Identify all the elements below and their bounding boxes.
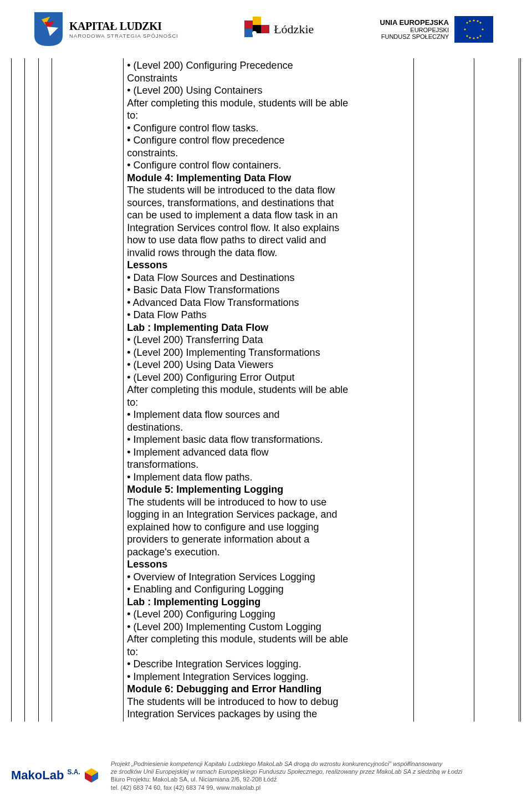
col-spacer-1 [12,58,25,722]
eu-line3: FUNDUSZ SPOŁECZNY [380,33,449,40]
lab-heading: Lab : Implementing Logging [127,596,408,609]
text-line: how to use data flow paths to direct val… [127,234,408,247]
text-line: Integration Services packages by using t… [127,708,408,721]
footer: MakoLab S.A. Projekt „Podniesienie kompe… [11,760,521,791]
module-4-title: Module 4: Implementing Data Flow [127,172,408,185]
svg-rect-7 [261,25,269,33]
lodzkie-label: Łódzkie [274,22,314,37]
text-line: • Configure control flow precedence [127,134,408,147]
svg-point-8 [252,31,257,35]
col-spacer-3 [38,58,52,722]
text-line: Integration Services control flow. It al… [127,222,408,234]
makolab-brand-name: MakoLab [11,768,64,782]
kapital-title: KAPITAŁ LUDZKI [69,19,178,33]
text-line: • Basic Data Flow Transformations [127,284,408,297]
text-line: • Implement advanced data flow [127,446,408,459]
text-line: • Implement Integration Services logging… [127,671,408,683]
text-line: • (Level 200) Using Data Viewers [127,359,408,371]
text-line: logging in an Integration Services packa… [127,508,408,521]
col-spacer-4 [52,58,124,722]
text-line: The students will be introduced to how t… [127,496,408,509]
text-line: • (Level 200) Configuring Error Output [127,371,408,384]
text-line: • (Level 200) Implementing Transformatio… [127,346,408,359]
text-line: destinations. [127,421,408,434]
svg-point-16 [466,35,468,37]
svg-point-20 [469,37,470,38]
svg-rect-5 [253,17,261,25]
svg-point-13 [482,28,483,30]
text-line: After completing this module, students w… [127,97,408,110]
svg-point-10 [473,19,474,21]
text-line: • Data Flow Sources and Destinations [127,272,408,284]
header-logos: KAPITAŁ LUDZKI NARODOWA STRATEGIA SPÓJNO… [11,11,521,55]
text-line: transformations. [127,458,408,471]
footer-line: tel. (42) 683 74 60, fax (42) 683 74 99,… [111,784,521,791]
lessons-heading: Lessons [127,259,408,272]
text-line: • (Level 200) Transferring Data [127,334,408,346]
text-line: • Implement data flow paths. [127,471,408,484]
main-content-cell: • (Level 200) Configuring Precedence Con… [124,58,413,722]
svg-point-12 [464,28,466,30]
eu-flag-icon [454,16,493,43]
col-narrow-2 [474,58,519,722]
module-6-title: Module 6: Debugging and Error Handling [127,683,408,696]
svg-point-21 [477,37,478,38]
text-line: package's execution. [127,546,408,559]
eu-line2: EUROPEJSKI [380,27,449,33]
svg-point-15 [479,22,481,23]
text-line: • Implement data flow sources and [127,408,408,421]
footer-line: Biuro Projektu: MakoLab SA, ul. Niciarni… [111,775,521,783]
kapital-ludzki-logo: KAPITAŁ LUDZKI NARODOWA STRATEGIA SPÓJNO… [33,11,178,47]
text-line: • Describe Integration Services logging. [127,658,408,671]
text-line: Constraints [127,72,408,85]
lodzkie-logo: Łódzkie [244,17,314,42]
svg-point-11 [473,37,474,39]
footer-line: ze środków Unii Europejskiej w ramach Eu… [111,768,521,775]
text-line: invalid rows through the data flow. [127,247,408,259]
text-line: providers to generate information about … [127,533,408,546]
text-line: • Enabling and Configuring Logging [127,583,408,596]
eu-logo: UNIA EUROPEJSKA EUROPEJSKI FUNDUSZ SPOŁE… [380,16,493,43]
module-5-title: Module 5: Implementing Logging [127,483,408,496]
svg-point-17 [479,35,481,37]
cube-icon [83,767,100,784]
text-line: to: [127,646,408,658]
text-line: • Advanced Data Flow Transformations [127,297,408,309]
text-line: The students will be introduced to the d… [127,184,408,197]
text-line: sources, transformations, and destinatio… [127,197,408,210]
text-line: After completing this module, students w… [127,633,408,646]
text-line: After completing this module, students w… [127,384,408,396]
svg-point-14 [466,22,468,23]
text-line: • (Level 200) Implementing Custom Loggin… [127,621,408,633]
text-line: constraints. [127,147,408,160]
kapital-subtitle: NARODOWA STRATEGIA SPÓJNOŚCI [69,33,178,39]
svg-rect-4 [244,29,253,37]
col-spacer-2 [25,58,38,722]
shield-icon [33,11,64,47]
text-line: can be used to implement a data flow tas… [127,209,408,222]
lab-heading: Lab : Implementing Data Flow [127,321,408,334]
footer-line: Projekt „Podniesienie kompetencji Kapita… [111,760,521,768]
text-line: • Configure control flow containers. [127,159,408,172]
text-line: • Overview of Integration Services Loggi… [127,571,408,584]
footer-text: Projekt „Podniesienie kompetencji Kapita… [111,760,521,791]
lessons-heading: Lessons [127,558,408,571]
text-line: explained how to configure and use loggi… [127,521,408,534]
text-line: • Configure control flow tasks. [127,122,408,135]
text-line: to: [127,109,408,122]
svg-point-19 [477,20,478,22]
col-narrow-1 [413,58,474,722]
text-line: • (Level 200) Configuring Precedence [127,59,408,72]
text-line: • (Level 200) Configuring Logging [127,608,408,621]
svg-rect-3 [244,21,253,29]
eu-line1: UNIA EUROPEJSKA [380,18,449,27]
makolab-brand-suffix: S.A. [67,768,80,776]
text-line: The students will be introduced to how t… [127,696,408,708]
text-line: • Data Flow Paths [127,309,408,321]
svg-point-18 [469,20,470,22]
text-line: • Implement basic data flow transformati… [127,433,408,446]
text-line: • (Level 200) Using Containers [127,84,408,97]
makolab-brand: MakoLab S.A. [11,768,80,783]
col-narrow-3 [519,58,521,722]
text-line: to: [127,396,408,409]
